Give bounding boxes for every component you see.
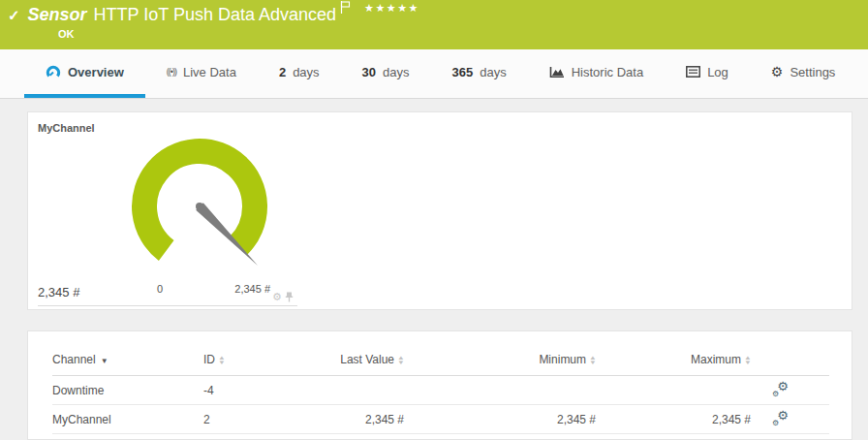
tab-label: Overview bbox=[68, 65, 124, 79]
column-header-minimum[interactable]: Minimum▲▼ bbox=[404, 331, 596, 376]
column-header-id[interactable]: ID▲▼ bbox=[203, 331, 293, 376]
tab-2-days[interactable]: 2 days bbox=[258, 49, 341, 98]
gauge-chart bbox=[123, 134, 288, 287]
channel-name-cell[interactable]: Downtime bbox=[52, 376, 203, 405]
priority-flag-icon[interactable] bbox=[340, 0, 351, 17]
column-header-maximum[interactable]: Maximum▲▼ bbox=[596, 331, 751, 376]
channel-name-cell[interactable]: MyChannel bbox=[52, 405, 203, 434]
tab-label: days bbox=[383, 65, 409, 79]
sort-icon: ▲▼ bbox=[745, 356, 751, 365]
gauge-divider bbox=[38, 305, 297, 306]
status-badge: OK bbox=[58, 28, 868, 40]
minimum-cell bbox=[404, 376, 596, 405]
edit-channel-gears-icon[interactable]: ⚙⚙ bbox=[772, 411, 789, 425]
status-ok-check-icon: ✓ bbox=[8, 7, 20, 24]
sort-icon: ▲▼ bbox=[590, 356, 596, 365]
pin-icon[interactable] bbox=[285, 292, 294, 302]
last-value-cell bbox=[293, 376, 404, 405]
tab-label: Settings bbox=[790, 65, 835, 79]
sensor-title: HTTP IoT Push Data Advanced bbox=[94, 5, 336, 25]
gauge-channel-title: MyChannel bbox=[38, 122, 95, 134]
tab-30-days[interactable]: 30 days bbox=[341, 49, 431, 98]
gear-icon: ⚙ bbox=[771, 65, 784, 79]
area-chart-icon bbox=[549, 66, 565, 79]
priority-stars[interactable]: ★★★★★ bbox=[364, 2, 419, 15]
log-icon bbox=[686, 66, 700, 78]
tab-bar: Overview ((•)) Live Data 2 days 30 days … bbox=[0, 49, 868, 99]
tab-label: days bbox=[480, 65, 506, 79]
sort-icon: ▲▼ bbox=[219, 356, 225, 365]
sensor-type-label: Sensor bbox=[28, 5, 87, 25]
tab-log[interactable]: Log bbox=[665, 49, 750, 98]
channel-id-cell: 2 bbox=[203, 405, 293, 434]
gauge-icon bbox=[46, 65, 61, 79]
tab-365-days[interactable]: 365 days bbox=[431, 49, 528, 98]
broadcast-icon: ((•)) bbox=[167, 67, 176, 77]
channel-table: Channel▼ ID▲▼ Last Value▲▼ Minimum▲▼ Max… bbox=[52, 331, 829, 434]
channel-id-cell: -4 bbox=[203, 376, 293, 405]
tab-label: Log bbox=[707, 65, 728, 79]
channel-table-panel: Channel▼ ID▲▼ Last Value▲▼ Minimum▲▼ Max… bbox=[27, 330, 852, 440]
edit-channel-gears-icon[interactable]: ⚙⚙ bbox=[772, 382, 789, 396]
column-header-actions bbox=[751, 331, 829, 376]
tab-label: Historic Data bbox=[572, 65, 643, 79]
sensor-header: ✓ Sensor HTTP IoT Push Data Advanced ★★★… bbox=[0, 0, 868, 49]
gauge-min-label: 0 bbox=[142, 283, 177, 295]
gauge-settings-icon[interactable]: ⚙ bbox=[272, 292, 282, 302]
gauge-current-value: 2,345 # bbox=[38, 285, 79, 299]
sort-desc-icon: ▼ bbox=[101, 357, 108, 365]
tab-historic-data[interactable]: Historic Data bbox=[528, 49, 665, 98]
tab-label: Live Data bbox=[183, 65, 236, 79]
gauge-max-label: 2,345 # bbox=[220, 283, 270, 295]
table-header-row: Channel▼ ID▲▼ Last Value▲▼ Minimum▲▼ Max… bbox=[52, 331, 829, 376]
sort-icon: ▲▼ bbox=[398, 356, 404, 365]
tab-settings[interactable]: ⚙ Settings bbox=[750, 49, 857, 98]
tab-live-data[interactable]: ((•)) Live Data bbox=[145, 49, 258, 98]
minimum-cell: 2,345 # bbox=[404, 405, 596, 434]
tab-overview[interactable]: Overview bbox=[24, 49, 145, 98]
tab-label: days bbox=[293, 65, 319, 79]
maximum-cell: 2,345 # bbox=[596, 405, 751, 434]
table-row: MyChannel 2 2,345 # 2,345 # 2,345 # ⚙⚙ bbox=[52, 405, 829, 434]
last-value-cell: 2,345 # bbox=[293, 405, 404, 434]
table-row: Downtime -4 ⚙⚙ bbox=[52, 376, 829, 405]
gauge-panel: MyChannel 2,345 # 0 2,345 # ⚙ bbox=[27, 111, 852, 310]
column-header-channel[interactable]: Channel▼ bbox=[52, 331, 203, 376]
column-header-last-value[interactable]: Last Value▲▼ bbox=[293, 331, 404, 376]
maximum-cell bbox=[596, 376, 751, 405]
